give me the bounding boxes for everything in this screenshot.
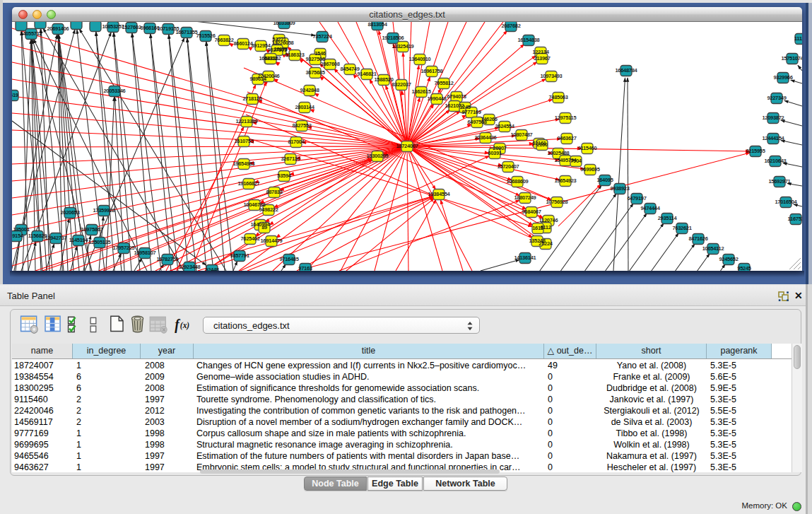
- svg-text:817004: 817004: [288, 139, 305, 145]
- svg-text:1588520: 1588520: [374, 76, 393, 83]
- svg-text:12444154: 12444154: [763, 135, 785, 141]
- svg-text:9084067: 9084067: [522, 209, 541, 215]
- svg-text:3624554: 3624554: [495, 123, 514, 129]
- svg-text:19654983: 19654983: [233, 160, 255, 167]
- svg-text:13325419: 13325419: [392, 43, 414, 49]
- svg-text:12923448: 12923448: [179, 264, 201, 270]
- svg-text:1156829: 1156829: [28, 233, 47, 239]
- svg-text:13640910: 13640910: [409, 56, 431, 62]
- svg-text:17957225: 17957225: [113, 245, 135, 251]
- svg-text:2867608: 2867608: [320, 61, 339, 67]
- svg-text:9227349: 9227349: [767, 95, 786, 101]
- svg-text:9699695: 9699695: [580, 166, 599, 173]
- svg-text:116753: 116753: [788, 216, 802, 222]
- svg-text:9857791: 9857791: [230, 252, 249, 259]
- svg-text:16210643: 16210643: [765, 158, 787, 164]
- svg-text:10025488: 10025488: [548, 150, 570, 156]
- svg-text:6479197: 6479197: [627, 195, 646, 201]
- svg-text:19166827: 19166827: [238, 180, 260, 187]
- svg-text:14055712: 14055712: [20, 30, 42, 37]
- svg-text:9463627: 9463627: [557, 135, 576, 141]
- svg-text:9245652: 9245652: [719, 256, 738, 262]
- svg-text:15720407: 15720407: [498, 163, 519, 170]
- svg-text:43312: 43312: [264, 55, 277, 62]
- svg-text:53594: 53594: [277, 173, 291, 179]
- svg-text:122134: 122134: [532, 49, 549, 55]
- svg-text:10973493: 10973493: [541, 73, 563, 79]
- svg-text:9474444: 9474444: [640, 205, 660, 211]
- svg-text:60391: 60391: [488, 150, 501, 156]
- svg-text:14136141: 14136141: [514, 255, 536, 261]
- svg-text:9242848: 9242848: [300, 87, 319, 93]
- svg-text:1120746: 1120746: [539, 217, 558, 223]
- svg-text:6794078: 6794078: [447, 93, 466, 100]
- svg-text:10975867: 10975867: [81, 226, 103, 233]
- svg-text:8660124: 8660124: [233, 40, 253, 47]
- svg-text:19654923: 19654923: [555, 177, 577, 184]
- svg-text:12505135: 12505135: [89, 239, 111, 245]
- svg-text:12213389: 12213389: [236, 118, 258, 124]
- svg-text:7625402: 7625402: [240, 235, 259, 242]
- svg-text:16961758: 16961758: [421, 68, 443, 74]
- svg-text:1990448: 1990448: [427, 95, 446, 102]
- svg-text:19218506: 19218506: [382, 35, 404, 41]
- svg-text:9716485: 9716485: [279, 256, 298, 262]
- svg-text:16033809: 16033809: [273, 22, 295, 26]
- svg-text:15692971: 15692971: [769, 178, 791, 185]
- svg-text:2718126: 2718126: [242, 95, 261, 102]
- svg-text:17359928: 17359928: [93, 207, 115, 214]
- svg-text:10688609: 10688609: [507, 178, 529, 185]
- svg-text:18724007: 18724007: [396, 143, 418, 149]
- svg-text:2803144: 2803144: [295, 104, 314, 110]
- svg-text:8938923: 8938923: [610, 185, 629, 192]
- svg-text:746266: 746266: [481, 116, 497, 122]
- svg-text:213967: 213967: [534, 55, 550, 62]
- svg-text:20364436: 20364436: [475, 134, 497, 141]
- svg-text:8427552: 8427552: [292, 122, 311, 129]
- svg-text:16154838: 16154838: [518, 37, 540, 43]
- svg-text:1362615: 1362615: [411, 88, 430, 95]
- svg-text:16914479: 16914479: [261, 238, 283, 244]
- svg-text:92448: 92448: [205, 267, 218, 271]
- svg-text:12975115: 12975115: [555, 115, 577, 121]
- svg-text:887833: 887833: [266, 189, 282, 195]
- svg-text:95245: 95245: [737, 265, 751, 271]
- svg-text:9827509: 9827509: [267, 47, 286, 53]
- svg-text:7485063: 7485063: [548, 94, 567, 100]
- svg-text:2935114: 2935114: [658, 215, 678, 221]
- svg-text:9329966: 9329966: [773, 74, 792, 81]
- svg-text:2619: 2619: [12, 92, 18, 98]
- svg-text:7515526: 7515526: [196, 33, 215, 39]
- svg-text:135248: 135248: [529, 238, 545, 244]
- svg-text:8186323: 8186323: [285, 52, 304, 58]
- svg-text:17016504: 17016504: [775, 199, 798, 205]
- svg-text:8322037: 8322037: [392, 81, 411, 88]
- svg-text:9498222: 9498222: [259, 206, 278, 213]
- svg-text:7357224: 7357224: [312, 33, 332, 40]
- svg-text:989614: 989614: [249, 76, 266, 82]
- svg-text:15751074: 15751074: [782, 55, 802, 62]
- svg-text:16782759: 16782759: [157, 256, 179, 262]
- svg-text:16648784: 16648784: [616, 67, 638, 74]
- svg-text:2020653: 2020653: [60, 209, 79, 216]
- svg-text:11125: 11125: [794, 35, 802, 42]
- svg-text:1527602: 1527602: [122, 24, 141, 30]
- svg-text:2160: 2160: [536, 141, 548, 148]
- svg-text:16671355: 16671355: [176, 29, 198, 35]
- svg-text:89: 89: [261, 224, 267, 230]
- svg-text:164095: 164095: [596, 177, 613, 183]
- svg-text:7904: 7904: [570, 158, 582, 164]
- svg-text:10654112: 10654112: [702, 245, 724, 252]
- svg-text:1615: 1615: [532, 225, 543, 231]
- svg-text:39154: 39154: [12, 233, 24, 239]
- svg-text:10853257: 10853257: [102, 23, 124, 30]
- svg-text:2087682: 2087682: [501, 23, 520, 29]
- svg-text:135001: 135001: [13, 226, 29, 233]
- svg-text:18807249: 18807249: [514, 194, 536, 201]
- svg-text:1610755: 1610755: [234, 138, 253, 144]
- svg-text:10807487: 10807487: [511, 132, 533, 138]
- svg-text:7663822: 7663822: [214, 37, 233, 43]
- svg-text:12942737: 12942737: [45, 235, 67, 241]
- svg-text:8215955: 8215955: [746, 148, 765, 154]
- svg-text:1145194: 1145194: [69, 237, 89, 243]
